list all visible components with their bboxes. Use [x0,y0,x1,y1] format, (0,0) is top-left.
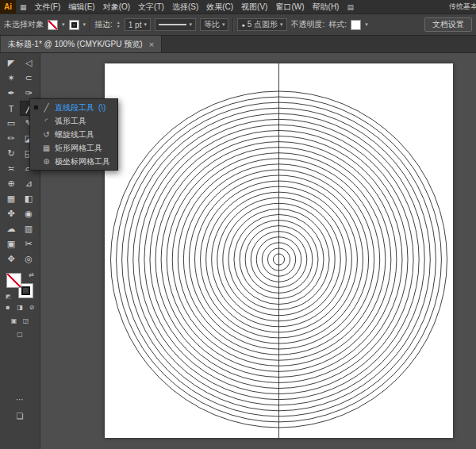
menu-item-1[interactable]: 文件(F) [31,2,65,13]
stepper-down-icon[interactable]: ▼ [117,25,121,29]
menu-item-3[interactable]: 对象(O) [99,2,134,13]
hand-tool[interactable]: ✥ [2,251,20,267]
draw-behind-button[interactable]: ◲ [21,317,30,325]
magic-wand-tool[interactable]: ✶ [2,71,20,86]
color-button[interactable]: ■ [4,303,13,312]
perspective-grid-tool-icon: ⊿ [25,178,32,189]
swap-fill-stroke-icon[interactable]: ⇄ [29,271,34,278]
menu-item-6[interactable]: 效果(C) [202,2,237,13]
gradient-button[interactable]: ◨ [16,303,25,312]
menu-item-5[interactable]: 选择(S) [168,2,202,13]
shape-builder-tool-icon: ⊕ [7,178,14,189]
pen-tool[interactable]: ✒ [2,86,20,101]
variable-width-profile-dropdown[interactable]: ▾ [155,18,196,31]
gradient-tool-icon: ◧ [25,194,33,204]
zoom-tool-icon: ◎ [25,254,33,264]
rotate-tool[interactable]: ↻ [2,146,20,161]
stroke-profile-preview [159,24,186,25]
flyout-item-polar-grid-tool[interactable]: ⊛极坐标网格工具 [30,155,117,168]
symbol-sprayer-tool[interactable]: ☁ [2,221,20,236]
shape-builder-tool[interactable]: ⊕ [2,176,20,191]
screen-mode-button[interactable]: ▢ [16,330,25,339]
flyout-item-spiral-tool[interactable]: ↺螺旋线工具 [30,128,117,141]
flyout-item-label: 弧形工具 [55,116,86,127]
profile-label: 等比 [204,19,220,30]
mesh-tool-icon: ▦ [7,194,15,204]
style-swatch[interactable] [351,20,361,30]
chevron-down-icon: ▾ [144,21,147,28]
zoom-tool[interactable]: ◎ [20,251,37,267]
lasso-tool[interactable]: ⊂ [20,71,37,86]
blend-tool-icon: ◉ [25,209,33,219]
style-chevron-down-icon[interactable]: ▾ [365,21,368,28]
flyout-item-arc-tool[interactable]: ◜弧形工具 [30,114,117,128]
draw-normal-button[interactable]: ▣ [10,317,18,325]
direct-selection-tool-icon: ◁ [25,58,32,68]
chevron-down-icon: ▾ [189,21,192,28]
flyout-item-label: 直线段工具 [55,102,94,113]
polar-grid-tool-icon: ⊛ [42,157,51,166]
menu-item-2[interactable]: 编辑(E) [64,2,98,13]
menu-item-7[interactable]: 视图(V) [237,2,271,13]
pencil-tool[interactable]: ✏ [2,131,20,146]
text-tool-icon: T [9,104,14,113]
pen-tool-icon: ✒ [7,88,14,98]
rectangle-tool[interactable]: ▭ [2,116,20,131]
flyout-item-rectangular-grid-tool[interactable]: ▦矩形网格工具 [30,141,117,155]
text-tool[interactable]: T [2,101,20,116]
artboard-tool-icon: ▣ [7,239,15,249]
column-graph-tool[interactable]: ▥ [20,221,37,236]
rectangle-tool-icon: ▭ [7,118,15,129]
document-setup-button[interactable]: 文档设置 [424,17,472,32]
rotate-tool-icon: ↻ [7,148,14,159]
flyout-item-shortcut: (\) [98,103,106,112]
mesh-tool[interactable]: ▦ [2,191,20,206]
slice-tool[interactable]: ✂ [20,236,37,251]
opacity-label[interactable]: 不透明度: [291,19,325,30]
arrange-documents-icon[interactable]: ▤ [343,3,358,11]
default-colors-icon[interactable]: ◩ [6,294,11,300]
selection-tool[interactable]: ◤ [2,56,20,71]
artboard[interactable] [105,63,453,438]
home-grid-icon[interactable]: ▦ [16,3,31,11]
menu-item-9[interactable]: 帮助(H) [309,2,344,13]
chevron-down-icon: ▾ [280,21,283,28]
polar-grid-artwork [105,63,453,438]
menu-items: 文件(F)编辑(E)对象(O)文字(T)选择(S)效果(C)视图(V)窗口(W)… [31,2,344,13]
selection-status: 未选择对象 [4,19,44,30]
stroke-weight-dropdown[interactable]: 1 pt ▾ [125,18,151,31]
brush-definition-dropdown[interactable]: ● 5 点圆形 ▾ [237,18,286,31]
line-tools-flyout: ╱直线段工具(\)◜弧形工具↺螺旋线工具▦矩形网格工具⊛极坐标网格工具 [29,98,118,171]
stroke-color-swatch[interactable] [69,20,79,30]
perspective-grid-tool[interactable]: ⊿ [20,176,37,191]
artboard-tool[interactable]: ▣ [2,236,20,251]
brush-name: 5 点圆形 [248,19,278,30]
style-label: 样式: [328,19,347,30]
fill-color-swatch[interactable] [48,20,58,30]
fill-swatch-large[interactable] [6,273,21,288]
workspace-switcher[interactable]: 传统基本功能 [449,2,476,12]
stroke-weight-stepper[interactable]: ▲▼ [117,21,121,29]
selection-tool-icon: ◤ [8,58,14,68]
width-tool[interactable]: ≍ [2,161,20,176]
eyedropper-tool[interactable]: ✤ [2,206,20,221]
gradient-tool[interactable]: ◧ [20,191,37,206]
document-tab[interactable]: 未标题-1* @ 100% (CMYK/GPU 预览) × [1,36,162,52]
width-tool-icon: ≍ [7,163,14,174]
direct-selection-tool[interactable]: ◁ [20,56,37,71]
blend-tool[interactable]: ◉ [20,206,37,221]
stroke-weight-value: 1 pt [129,21,142,29]
uniform-profile-dropdown[interactable]: 等比 ▾ [200,18,229,31]
pencil-tool-icon: ✏ [7,133,14,144]
menu-item-4[interactable]: 文字(T) [134,2,168,13]
flyout-item-line-segment-tool[interactable]: ╱直线段工具(\) [30,101,117,114]
none-button[interactable]: ⊘ [28,303,36,312]
tab-close-icon[interactable]: × [149,40,154,49]
edit-toolbar-icon[interactable]: ❏ [17,412,24,420]
more-tools-icon[interactable]: ⋯ [16,395,24,404]
menu-item-8[interactable]: 窗口(W) [271,2,308,13]
stroke-chevron-down-icon[interactable]: ▾ [83,21,86,28]
curvature-tool-icon: ✑ [25,88,32,98]
fill-chevron-down-icon[interactable]: ▾ [62,21,65,28]
eyedropper-tool-icon: ✤ [7,209,14,219]
